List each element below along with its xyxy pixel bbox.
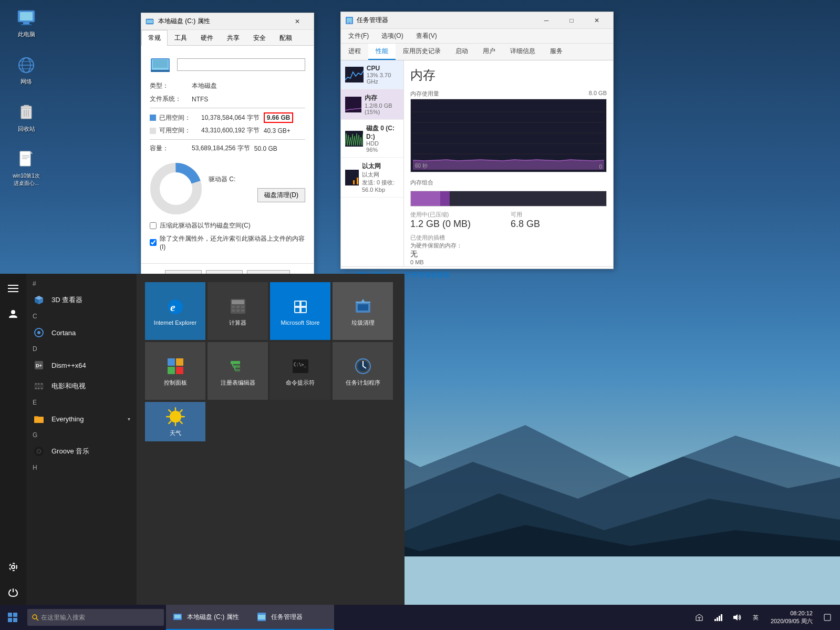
tile-store[interactable]: Microsoft Store (270, 282, 330, 340)
tile-taskschd[interactable]: 任务计划程序 (333, 342, 393, 400)
tm-maximize-button[interactable]: □ (559, 12, 584, 29)
app-movies[interactable]: 电影和电视 (26, 376, 137, 397)
tab-services[interactable]: 服务 (543, 44, 570, 60)
disk-name-input[interactable] (177, 58, 305, 71)
net-speed: 发送: 0 接收: 56.0 Kbp (362, 179, 399, 193)
tile-clean[interactable]: 垃圾清理 (333, 282, 393, 340)
tm-menu-file[interactable]: 文件(F) (345, 29, 372, 43)
app-groove[interactable]: Groove 音乐 (26, 441, 137, 462)
compress-checkbox[interactable] (150, 222, 157, 229)
tile-calc[interactable]: 计算器 (208, 282, 268, 340)
tm-menu-view[interactable]: 查看(V) (413, 29, 440, 43)
store-tile-icon (290, 296, 311, 317)
tm-menu-options[interactable]: 选项(O) (378, 29, 406, 43)
desktop-icon-network[interactable]: 网络 (5, 53, 47, 88)
tile-panel[interactable]: 控制面板 (145, 342, 205, 400)
start-settings-button[interactable] (1, 554, 26, 580)
tile-cmd[interactable]: C:\>_ 命令提示符 (270, 342, 330, 400)
sidebar-item-memory[interactable]: 内存 1.2/8.0 GB (15%) (341, 89, 403, 120)
tab-performance[interactable]: 性能 (368, 44, 396, 60)
tm-minimize-button[interactable]: ─ (534, 12, 558, 29)
volume-tray-icon[interactable] (729, 609, 745, 626)
svg-rect-90 (302, 302, 306, 306)
desktop-icon-trash[interactable]: 回收站 (5, 100, 47, 135)
disk-clean-button[interactable]: 磁盘清理(D) (257, 188, 305, 202)
sidebar-item-disk[interactable]: 磁盘 0 (C: D:) HDD 96% (341, 120, 403, 158)
tm-section-title: 内存 (410, 67, 607, 84)
search-icon (32, 614, 39, 621)
section-header-c: C (26, 311, 137, 322)
memory-stats: 使用中(已压缩) 1.2 GB (0 MB) 可用 6.8 GB 已使用的插槽 … (410, 211, 607, 266)
tab-quota[interactable]: 配额 (273, 30, 299, 46)
svg-rect-71 (35, 388, 37, 389)
tm-taskbar-label: 任务管理器 (271, 613, 303, 622)
svg-rect-85 (232, 309, 235, 312)
stat-available-value: 6.8 GB (511, 219, 607, 230)
disk-props-titlebar[interactable]: 本地磁盘 (C:) 属性 ✕ (141, 13, 314, 30)
app-3d-viewer[interactable]: 3D 查看器 (26, 290, 137, 311)
disk-props-close-button[interactable]: ✕ (285, 13, 309, 30)
tab-users[interactable]: 用户 (475, 44, 503, 60)
svg-text:D+: D+ (36, 363, 42, 368)
app-dism[interactable]: D+ Dism++x64 (26, 355, 137, 376)
tab-processes[interactable]: 进程 (341, 44, 368, 60)
tile-weather[interactable]: 天气 (145, 402, 205, 441)
show-desktop-button[interactable] (691, 609, 708, 626)
svg-rect-53 (8, 285, 18, 286)
panel-tile-label: 控制面板 (164, 379, 187, 387)
tm-taskbar-icon (256, 612, 267, 622)
user-account-button[interactable] (1, 301, 26, 326)
app-cortana[interactable]: Cortana (26, 322, 137, 343)
app-everything[interactable]: Everything ▾ (26, 408, 137, 429)
taskbar-search[interactable]: 在这里输入搜索 (27, 609, 164, 626)
svg-marker-138 (733, 614, 738, 621)
tray-datetime[interactable]: 08:20:12 2020/09/05 周六 (766, 610, 817, 626)
mem-usage-label: 内存使用量 (410, 90, 439, 98)
power-button[interactable] (1, 580, 26, 605)
svg-rect-99 (168, 367, 175, 374)
taskbar-item-disk[interactable]: 本地磁盘 (C:) 属性 (166, 605, 250, 630)
tab-general[interactable]: 常规 (141, 30, 168, 46)
clean-tile-icon (352, 296, 374, 317)
svg-point-56 (11, 310, 15, 314)
notification-button[interactable] (819, 609, 836, 626)
lang-indicator[interactable]: 英 (748, 609, 764, 626)
chart-labels: 内存使用量 8.0 GB (410, 90, 607, 98)
start-button[interactable] (0, 605, 25, 630)
desktop-icon-file[interactable]: win10第1次进桌面心... (5, 147, 47, 189)
tm-monitor-button[interactable]: ⊘ 打开资源监视器 (398, 271, 450, 280)
index-checkbox[interactable] (150, 239, 157, 246)
hamburger-menu-button[interactable] (1, 276, 26, 301)
tab-startup[interactable]: 启动 (448, 44, 475, 60)
tile-ie[interactable]: e Internet Explorer (145, 282, 205, 340)
clean-tile-label: 垃圾清理 (351, 319, 375, 327)
cpu-label: CPU (367, 65, 399, 72)
used-bytes: 10,378,584,064 字节 (201, 113, 260, 122)
desktop-icon-computer[interactable]: 此电脑 (5, 5, 47, 40)
mem-used-seg (411, 191, 440, 206)
network-tray-icon[interactable] (710, 609, 727, 626)
sidebar-item-cpu[interactable]: CPU 13% 3.70 GHz (341, 60, 403, 89)
svg-rect-98 (176, 358, 183, 366)
stat-used-label: 使用中(已压缩) (410, 211, 506, 219)
tm-close-button[interactable]: ✕ (585, 12, 609, 29)
sidebar-item-network[interactable]: 以太网 以太网 发送: 0 接收: 56.0 Kbp (341, 158, 403, 198)
svg-rect-139 (824, 614, 831, 621)
tab-security[interactable]: 安全 (246, 30, 273, 46)
tab-details[interactable]: 详细信息 (503, 44, 543, 60)
tab-share[interactable]: 共享 (220, 30, 246, 46)
free-color-box (150, 128, 156, 134)
tile-regedit[interactable]: 注册表编辑器 (208, 342, 268, 400)
tm-titlebar[interactable]: 任务管理器 ─ □ ✕ (341, 12, 613, 29)
tab-app-history[interactable]: 应用历史记录 (396, 44, 448, 60)
svg-rect-44 (353, 180, 355, 184)
start-menu: # 3D 查看器 C (0, 274, 405, 605)
system-tray: 英 08:20:12 2020/09/05 周六 (687, 609, 840, 626)
tab-hardware[interactable]: 硬件 (194, 30, 220, 46)
tab-tools[interactable]: 工具 (168, 30, 194, 46)
trash-icon (16, 102, 37, 123)
taskbar-item-tm[interactable]: 任务管理器 (250, 605, 334, 630)
svg-rect-128 (174, 615, 181, 618)
svg-rect-136 (719, 616, 720, 621)
taskschd-tile-icon (352, 356, 374, 377)
